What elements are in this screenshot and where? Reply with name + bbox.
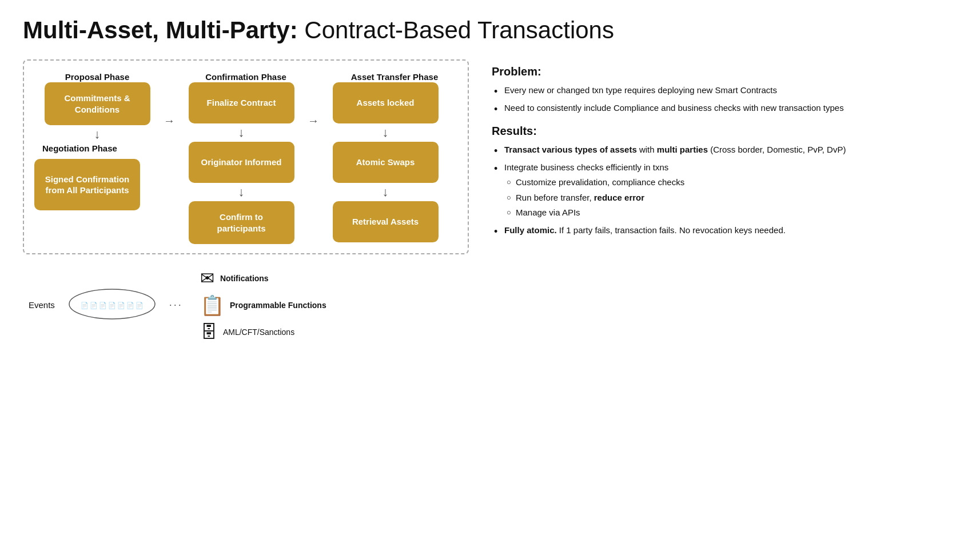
- problem-list: Every new or changed txn type requires d…: [492, 84, 957, 114]
- left-panel: Proposal Phase Confirmation Phase Asset …: [23, 59, 469, 342]
- doc-icon-3: 📄: [99, 301, 107, 309]
- commitments-conditions-box: Commitments & Conditions: [45, 82, 150, 125]
- confirmation-phase-label: Confirmation Phase: [205, 72, 286, 82]
- retrieval-assets-box: Retrieval Assets: [333, 201, 439, 242]
- aml-item: 🗄 AML/CFT/Sanctions: [200, 322, 326, 342]
- flow-diagram: Proposal Phase Confirmation Phase Asset …: [23, 59, 469, 254]
- transact-assets-bold: Transact various types of assets: [504, 145, 637, 154]
- arrow-down-transfer-1: ↓: [383, 123, 389, 142]
- checklist-icon: 📋: [200, 294, 224, 317]
- fully-atomic-bold: Fully atomic.: [504, 225, 557, 235]
- signed-confirmation-box: Signed Confirmation from All Participant…: [34, 159, 140, 210]
- results-item-2: Integrate business checks efficiently in…: [492, 161, 957, 219]
- transfer-phase-label: Asset Transfer Phase: [351, 72, 439, 82]
- results-list: Transact various types of assets with mu…: [492, 143, 957, 237]
- problem-item-1: Every new or changed txn type requires d…: [492, 84, 957, 97]
- arrow-down-proposal: ↓: [94, 125, 101, 143]
- arrow-right-1: →: [160, 82, 178, 127]
- problem-section: Problem: Every new or changed txn type r…: [492, 65, 957, 114]
- results-section: Results: Transact various types of asset…: [492, 125, 957, 237]
- prog-functions-section: ✉ Notifications 📋 Programmable Functions…: [200, 268, 326, 342]
- bottom-section: Events 📄 📄 📄 📄 📄 📄 📄 ···: [23, 268, 469, 342]
- envelope-icon: ✉: [200, 268, 214, 288]
- doc-icon-7: 📄: [136, 301, 144, 309]
- events-label: Events: [29, 300, 55, 310]
- arrow-down-transfer-2: ↓: [383, 183, 389, 201]
- problem-title: Problem:: [492, 65, 957, 78]
- doc-icon-6: 📄: [126, 301, 134, 309]
- originator-informed-box: Originator Informed: [189, 142, 294, 183]
- problem-item-2: Need to consistently include Compliance …: [492, 102, 957, 115]
- prog-func-item: 📋 Programmable Functions: [200, 294, 326, 317]
- integrate-checks-text: Integrate business checks efficiently in…: [504, 162, 668, 172]
- transfer-column: Assets locked ↓ Atomic Swaps ↓ Retrieval…: [322, 82, 448, 242]
- arrow-down-conf-1: ↓: [238, 123, 245, 142]
- transact-assets-rest: (Cross border, Domestic, PvP, DvP): [710, 145, 846, 154]
- fully-atomic-rest: If 1 party fails, transaction fails. No …: [559, 225, 786, 235]
- reduce-error-bold: reduce error: [594, 193, 644, 202]
- arrow-down-conf-2: ↓: [238, 183, 245, 201]
- results-title: Results:: [492, 125, 957, 138]
- proposal-phase-label: Proposal Phase: [65, 72, 130, 82]
- page-title: Multi-Asset, Multi-Party: Contract-Based…: [23, 17, 957, 43]
- database-icon: 🗄: [200, 322, 217, 342]
- dots-separator: ···: [169, 299, 183, 311]
- sub-item-1: Customize prevalidation, compliance chec…: [504, 176, 957, 189]
- negotiation-phase-label: Negotiation Phase: [42, 143, 160, 153]
- sub-item-3: Manage via APIs: [504, 206, 957, 219]
- flow-columns: Commitments & Conditions ↓ Negotiation P…: [34, 82, 457, 244]
- doc-icon-5: 📄: [117, 301, 125, 309]
- atomic-swaps-box: Atomic Swaps: [333, 142, 439, 183]
- sub-item-2: Run before transfer, reduce error: [504, 191, 957, 205]
- confirmation-column: Finalize Contract ↓ Originator Informed …: [178, 82, 304, 244]
- doc-icon-4: 📄: [108, 301, 116, 309]
- right-panel: Problem: Every new or changed txn type r…: [492, 59, 957, 342]
- doc-icons-row: 📄 📄 📄 📄 📄 📄 📄: [81, 301, 144, 309]
- aml-label: AML/CFT/Sanctions: [223, 328, 294, 337]
- multi-parties-bold: multi parties: [657, 145, 708, 154]
- proposal-column: Commitments & Conditions ↓ Negotiation P…: [34, 82, 160, 210]
- finalize-contract-box: Finalize Contract: [189, 82, 294, 123]
- results-item-3: Fully atomic. If 1 party fails, transact…: [492, 224, 957, 237]
- notifications-item: ✉ Notifications: [200, 268, 326, 288]
- doc-icon-2: 📄: [90, 301, 98, 309]
- doc-icon-1: 📄: [81, 301, 89, 309]
- assets-locked-box: Assets locked: [333, 82, 439, 123]
- transact-assets-with: with: [639, 145, 657, 154]
- confirm-participants-box: Confirm to participants: [189, 201, 294, 244]
- arrow-right-2: →: [304, 82, 322, 127]
- notifications-label: Notifications: [220, 274, 269, 283]
- integrate-sub-list: Customize prevalidation, compliance chec…: [504, 176, 957, 219]
- results-item-1: Transact various types of assets with mu…: [492, 143, 957, 157]
- prog-func-label: Programmable Functions: [230, 301, 326, 310]
